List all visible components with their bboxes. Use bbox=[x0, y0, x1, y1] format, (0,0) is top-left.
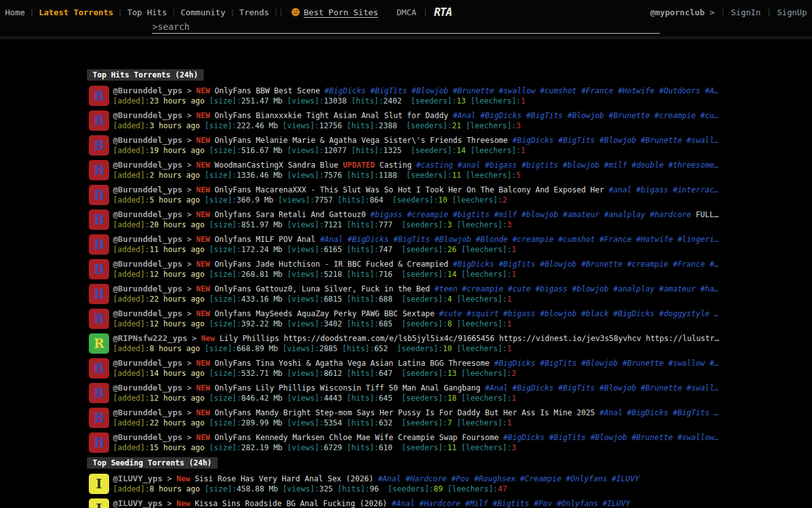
torrent-tags[interactable]: #anal #bigass #interrac… bbox=[609, 185, 719, 194]
stat-added-label: [added]: bbox=[113, 295, 150, 304]
stat-hits-label: [hits]: bbox=[347, 394, 379, 403]
stat-added-value: 5 hours ago bbox=[150, 196, 200, 204]
user-avatar[interactable]: B bbox=[89, 309, 109, 329]
torrent-user[interactable]: @Burunddel_yps bbox=[113, 432, 183, 442]
user-avatar[interactable]: B bbox=[89, 110, 109, 131]
torrent-user[interactable]: @Burunddel_yps bbox=[113, 284, 183, 293]
nav-item-trends[interactable]: Trends bbox=[239, 8, 269, 17]
torrent-title[interactable]: OnlyFans Jade Hutchison - IR BBC Fucked … bbox=[214, 260, 448, 269]
torrent-tags[interactable]: #Anal #BigDicks #BigTits #Blowjob #Brune… bbox=[485, 384, 718, 392]
torrent-tags[interactable]: #Anal #BigDicks #BigTits #Blowjob #Blond… bbox=[320, 235, 719, 244]
torrent-user[interactable]: @Burunddel_yps bbox=[113, 110, 183, 120]
torrent-tags[interactable]: #BigDicks #BigTits #Blowjob #Brunette #s… bbox=[513, 136, 719, 145]
torrent-title[interactable]: Sisi Rose Has Very Hard Anal Sex (2026) bbox=[195, 474, 374, 483]
stat-seeders-label: [seeders]: bbox=[406, 121, 452, 130]
nav-item-latest-torrents[interactable]: Latest Torrents bbox=[39, 8, 113, 17]
torrent-user[interactable]: @Burunddel_yps bbox=[113, 86, 183, 95]
torrent-tags[interactable]: #Anal #BigDicks #BigTits … bbox=[599, 408, 719, 417]
nav-item-top-hits[interactable]: Top Hits bbox=[127, 8, 167, 17]
user-avatar[interactable]: B bbox=[89, 86, 109, 106]
user-avatar[interactable]: B bbox=[89, 185, 109, 205]
torrent-title[interactable]: OnlyFans Mandy Bright Step-mom Says Her … bbox=[214, 408, 595, 417]
signin-link[interactable]: SignIn bbox=[731, 8, 761, 17]
user-avatar[interactable]: B bbox=[89, 210, 109, 230]
torrent-headline: @Burunddel_yps > NEW OnlyFans Melanie Ma… bbox=[113, 135, 730, 145]
user-avatar[interactable]: B bbox=[89, 408, 109, 428]
torrent-title[interactable]: OnlyFans Bianxxxkie Tight Asian Anal Slu… bbox=[214, 111, 448, 120]
torrent-title-text: Casting bbox=[375, 161, 412, 170]
nav-item-community[interactable]: Community bbox=[181, 8, 225, 17]
user-avatar[interactable]: B bbox=[89, 358, 109, 378]
stat-size-label: [size]: bbox=[209, 394, 242, 403]
torrent-tags[interactable]: #casting #anal #bigass #bigtits #blowjob… bbox=[416, 161, 719, 170]
torrent-title[interactable]: Kissa Sins Roadside BG Anal Fucking (202… bbox=[195, 499, 387, 508]
torrent-row: B@Burunddel_yps > NEW OnlyFans Kennedy M… bbox=[89, 432, 730, 453]
stat-added-label: [added]: bbox=[113, 171, 150, 180]
user-avatar[interactable]: I bbox=[89, 498, 109, 508]
user-avatar[interactable]: B bbox=[89, 160, 109, 180]
torrent-tags[interactable]: #BigDicks #BigTits #Blowjob #Brunette #s… bbox=[503, 433, 719, 442]
torrent-tags[interactable]: #teen #creampie #cute #bigass #blowjob #… bbox=[435, 284, 719, 293]
account-handle[interactable]: @mypornclub > bbox=[650, 8, 715, 17]
user-avatar[interactable]: B bbox=[89, 234, 109, 255]
stat-leechers-value: 47 bbox=[498, 485, 507, 493]
stat-leechers-value: 1 bbox=[507, 418, 511, 427]
torrent-user[interactable]: @Burunddel_yps bbox=[113, 408, 183, 417]
user-avatar[interactable]: B bbox=[89, 383, 109, 403]
torrent-tags[interactable]: #BigDicks #BigTits #Blowjob #Brunette #s… bbox=[325, 86, 719, 95]
user-avatar[interactable]: I bbox=[89, 474, 109, 494]
torrent-user[interactable]: @Burunddel_yps bbox=[113, 234, 183, 244]
torrent-tags[interactable]: #cute #squirt #bigass #blowjob #black #B… bbox=[439, 309, 719, 318]
stat-leechers-label: [leechers]: bbox=[461, 394, 511, 403]
torrent-title[interactable]: OnlyFans Gattouz0, Luna Silver, Fuck in … bbox=[214, 284, 430, 293]
torrent-user[interactable]: @ILUVY_yps bbox=[113, 474, 162, 483]
torrent-user[interactable]: @Burunddel_yps bbox=[113, 210, 183, 219]
user-avatar[interactable]: B bbox=[89, 135, 109, 156]
torrent-title[interactable]: WoodmanCastingX Sandra Blue UPDATED Cast… bbox=[214, 161, 412, 170]
torrent-title[interactable]: OnlyFans MacarenaXXX - This Slut Was So … bbox=[214, 185, 604, 194]
torrent-tags[interactable]: #Anal #Hardcore #Pov #Roughsex #Creampie… bbox=[378, 474, 639, 483]
torrent-user[interactable]: @Burunddel_yps bbox=[113, 309, 183, 318]
stat-hits-label: [hits]: bbox=[347, 245, 379, 254]
torrent-title-text: OnlyFans MacarenaXXX - This Slut Was So … bbox=[214, 185, 604, 194]
torrent-title[interactable]: Onlyfans MILF POV Anal bbox=[214, 235, 315, 244]
torrent-user[interactable]: @Burunddel_yps bbox=[113, 358, 183, 368]
torrent-tags[interactable]: #BigDicks #BigTits #Blowjob #Brunette #s… bbox=[494, 359, 719, 368]
torrent-title[interactable]: OnlyFans BBW Best Scene bbox=[214, 86, 320, 95]
best-porn-sites-link[interactable]: Best Porn Sites bbox=[291, 8, 378, 17]
torrent-title[interactable]: Lily Phillips https://doodstream.com/e/l… bbox=[219, 334, 719, 343]
torrent-title[interactable]: Onlyfans Sara Retali And Gattouz0 bbox=[214, 210, 365, 219]
search-input[interactable] bbox=[152, 20, 660, 34]
torrent-user[interactable]: @Burunddel_yps bbox=[113, 135, 183, 145]
new-flag: NEW bbox=[196, 111, 210, 120]
torrent-user[interactable]: @Burunddel_yps bbox=[113, 185, 183, 194]
dmca-link[interactable]: DMCA bbox=[396, 8, 416, 17]
torrent-tags[interactable]: #Anal #BigDicks #BigTits #Blowjob #Brune… bbox=[453, 111, 719, 120]
torrent-stats: [added]:19 hours ago [size]:516.67 Mb [v… bbox=[113, 145, 730, 156]
user-avatar[interactable]: R bbox=[89, 333, 109, 354]
torrent-tags[interactable]: #BigDicks #BigTits #Blowjob #Brunette #c… bbox=[453, 260, 719, 269]
torrent-title[interactable]: OnlyFans Tina Yoshi & Agatha Vega Asian … bbox=[214, 359, 489, 368]
user-avatar[interactable]: B bbox=[89, 284, 109, 304]
user-avatar[interactable]: B bbox=[89, 432, 109, 453]
torrent-title[interactable]: OnlyFans Kennedy Marksen Chloe Mae Wife … bbox=[214, 433, 499, 442]
stat-added-value: 22 hours ago bbox=[150, 418, 205, 427]
torrent-title[interactable]: Onlyfans MaySeeds AquaZay Perky PAWG BBC… bbox=[214, 309, 435, 318]
torrent-user[interactable]: @Burunddel_yps bbox=[113, 259, 183, 269]
torrent-tags[interactable]: #Anal #Hardcore #Milf #Bigtits #Pov #Onl… bbox=[392, 499, 631, 508]
torrent-title-text: Onlyfans MILF POV Anal bbox=[214, 235, 315, 244]
torrent-user[interactable]: @Burunddel_yps bbox=[113, 160, 183, 170]
torrent-title[interactable]: OnlyFans Melanie Marie & Agatha Vega Sis… bbox=[214, 136, 508, 145]
new-flag: NEW bbox=[196, 359, 210, 368]
signup-link[interactable]: SignUp bbox=[777, 8, 807, 17]
nav-item-home[interactable]: Home bbox=[5, 8, 25, 17]
torrent-tags[interactable]: #bigass #creampie #bigtits #milf #blowjo… bbox=[370, 210, 691, 219]
stat-size-label: [size]: bbox=[209, 97, 242, 105]
torrent-user[interactable]: @ILUVY_yps bbox=[113, 498, 162, 508]
user-avatar[interactable]: B bbox=[89, 259, 109, 279]
torrent-row: B@Burunddel_yps > NEW OnlyFans Jade Hutc… bbox=[89, 259, 730, 279]
torrent-user[interactable]: @Burunddel_yps bbox=[113, 383, 183, 392]
torrent-title[interactable]: OnlyFans Lily Phillips Wisconsin Tiff 50… bbox=[214, 384, 480, 392]
stat-seeders-label: [seeders]: bbox=[397, 344, 443, 353]
torrent-user[interactable]: @RIPNsfw222_yps bbox=[113, 333, 187, 343]
